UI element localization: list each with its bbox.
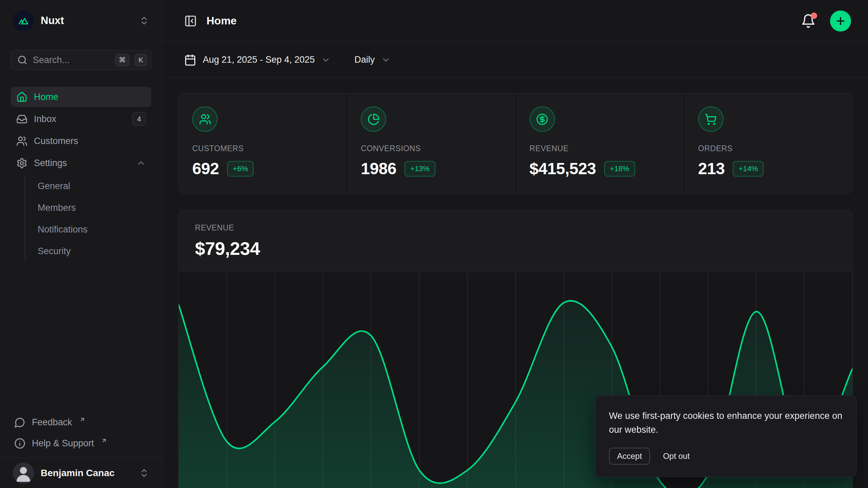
search-icon [17, 55, 27, 65]
chevron-down-icon [321, 55, 331, 65]
optout-cookies-button[interactable]: Opt out [663, 451, 690, 461]
chevron-down-icon [381, 55, 391, 65]
cookie-banner: We use first-party cookies to enhance yo… [595, 395, 857, 477]
collapse-sidebar-button[interactable] [184, 15, 197, 27]
granularity-select[interactable]: Daily [354, 55, 391, 65]
notification-dot [811, 13, 817, 19]
pie-chart-icon [361, 106, 386, 132]
kbd-meta: ⌘ [115, 54, 129, 66]
feedback-link[interactable]: Feedback [11, 412, 151, 432]
home-icon [16, 92, 27, 103]
stat-label: ORDERS [698, 144, 839, 153]
stat-label: CUSTOMERS [192, 144, 333, 153]
filters-toolbar: Aug 21, 2025 - Sep 4, 2025 Daily [162, 42, 868, 78]
stat-value: 692 [192, 159, 219, 178]
granularity-value: Daily [354, 55, 375, 65]
chat-bubble-icon [14, 417, 25, 428]
sidebar-footer: Feedback Help & Support Benjamin Canac [11, 412, 151, 488]
sidebar-item-label: Home [34, 92, 58, 102]
external-link-icon [101, 438, 107, 444]
stat-label: CONVERSIONS [361, 144, 501, 153]
sidebar-item-members[interactable]: Members [38, 197, 151, 219]
sidebar-nav: Home Inbox 4 Customers Settings [11, 87, 151, 266]
stats-grid: CUSTOMERS 692 +6% CONVERSIONS 1986 +13% [178, 93, 853, 194]
sidebar-item-customers[interactable]: Customers [11, 131, 151, 151]
sidebar-item-notifications[interactable]: Notifications [38, 219, 151, 240]
notifications-button[interactable] [801, 14, 816, 28]
info-icon [14, 438, 25, 449]
date-range-picker[interactable]: Aug 21, 2025 - Sep 4, 2025 [184, 54, 331, 66]
users-icon [192, 106, 218, 132]
page-title: Home [206, 15, 237, 27]
search-input[interactable]: Search... ⌘ K [11, 50, 151, 70]
stat-value: 213 [698, 159, 725, 178]
sidebar-item-label: Customers [34, 136, 78, 146]
calendar-icon [184, 54, 196, 66]
stat-card-revenue[interactable]: REVENUE $415,523 +18% [516, 94, 684, 194]
external-link-icon [79, 416, 85, 423]
stat-card-conversions[interactable]: CONVERSIONS 1986 +13% [347, 94, 515, 194]
add-button[interactable] [830, 11, 851, 32]
cart-icon [698, 106, 724, 132]
stat-delta-badge: +13% [405, 161, 435, 177]
user-name: Benjamin Canac [41, 468, 115, 479]
chevron-up-icon [136, 158, 146, 168]
stat-value: $415,523 [530, 159, 596, 178]
stat-value: 1986 [361, 159, 396, 178]
kbd-k: K [135, 54, 147, 66]
date-range-value: Aug 21, 2025 - Sep 4, 2025 [203, 55, 315, 65]
stat-delta-badge: +6% [227, 161, 254, 177]
revenue-chart-label: REVENUE [195, 223, 836, 232]
stat-delta-badge: +18% [604, 161, 635, 177]
sidebar-item-general[interactable]: General [38, 175, 151, 197]
inbox-icon [16, 114, 27, 125]
sidebar-item-security[interactable]: Security [38, 240, 151, 262]
page-header: Home [162, 0, 868, 42]
settings-sub-list: General Members Notifications Security [25, 175, 151, 262]
sidebar-item-label: Inbox [34, 114, 56, 124]
workspace-name: Nuxt [41, 15, 64, 27]
sidebar-item-label: Settings [34, 158, 67, 168]
gear-icon [16, 158, 27, 169]
workspace-switcher[interactable]: Nuxt [11, 10, 151, 31]
footer-item-label: Feedback [32, 417, 72, 428]
accept-cookies-button[interactable]: Accept [609, 448, 650, 465]
stat-card-customers[interactable]: CUSTOMERS 692 +6% [179, 94, 347, 194]
stat-card-orders[interactable]: ORDERS 213 +14% [685, 94, 852, 194]
sidebar-item-settings[interactable]: Settings [11, 153, 151, 173]
dollar-circle-icon [530, 106, 555, 132]
users-icon [16, 136, 27, 147]
chevrons-up-down-icon [139, 16, 149, 26]
revenue-chart-value: $79,234 [195, 238, 836, 259]
cookie-message: We use first-party cookies to enhance yo… [609, 409, 843, 437]
search-placeholder: Search... [33, 55, 110, 65]
avatar [13, 463, 34, 484]
sidebar-item-inbox[interactable]: Inbox 4 [11, 109, 151, 129]
stat-delta-badge: +14% [733, 161, 764, 177]
inbox-count-badge: 4 [132, 112, 146, 126]
help-support-link[interactable]: Help & Support [11, 433, 151, 453]
footer-item-label: Help & Support [32, 438, 94, 449]
nuxt-logo-icon [13, 10, 34, 31]
revenue-chart-header: REVENUE $79,234 [179, 210, 852, 272]
chevrons-up-down-icon [139, 468, 149, 478]
sidebar: Nuxt Search... ⌘ K Home Inbox 4 [0, 0, 162, 488]
sidebar-item-home[interactable]: Home [11, 87, 151, 107]
user-menu[interactable]: Benjamin Canac [0, 458, 162, 488]
stat-label: REVENUE [530, 144, 670, 153]
